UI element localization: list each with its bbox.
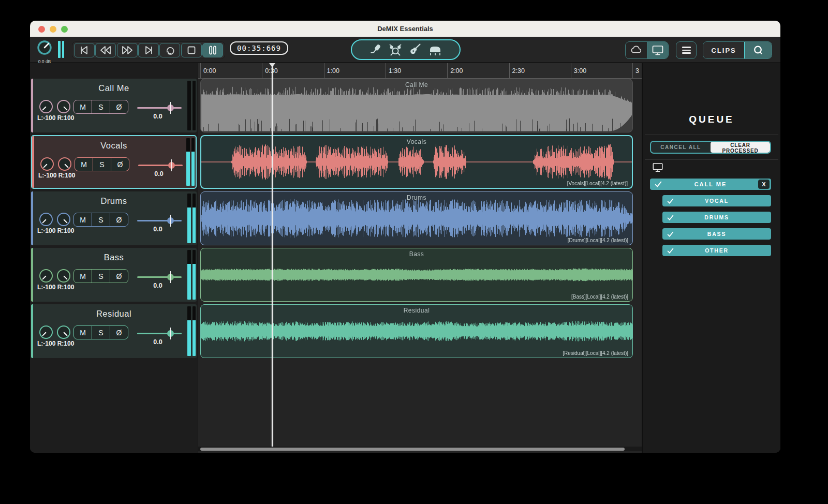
minimize-window-button[interactable] (50, 26, 56, 33)
transport-controls (72, 41, 225, 59)
clip-title: Bass (201, 250, 632, 258)
queue-stem-item[interactable]: OTHER (662, 245, 771, 256)
horizontal-scrollbar-thumb[interactable] (200, 448, 625, 451)
cloud-icon (629, 43, 643, 57)
cancel-all-button[interactable]: CANCEL ALL (651, 142, 711, 153)
audio-clip[interactable]: Call Me (200, 79, 633, 132)
rewind-button[interactable] (95, 43, 116, 57)
track-title: Bass (31, 253, 197, 262)
pause-icon (205, 43, 220, 57)
phase-invert-button[interactable]: Ø (110, 213, 128, 226)
clip-title: Residual (201, 307, 632, 314)
pan-right-knob[interactable] (57, 213, 70, 226)
loop-button[interactable] (159, 43, 180, 57)
slider-track (137, 107, 182, 109)
solo-button[interactable]: S (92, 326, 110, 339)
pan-right-knob[interactable] (57, 325, 70, 339)
gain-value: 0.0 (129, 226, 186, 233)
queue-stem-item[interactable]: VOCAL (662, 195, 771, 206)
local-computer-source-button[interactable] (647, 42, 669, 58)
solo-button[interactable]: S (92, 100, 110, 113)
pause-button[interactable] (202, 43, 223, 57)
solo-button[interactable]: S (92, 270, 110, 283)
pan-right-knob[interactable] (57, 269, 70, 283)
mute-button[interactable]: M (74, 270, 92, 283)
search-icon (751, 43, 765, 57)
loop-icon (162, 43, 177, 57)
pan-left-knob[interactable] (40, 157, 54, 171)
track-header[interactable]: Residual M S Ø 0.0 L:-100 R:100 (31, 304, 197, 358)
window-title: DeMIX Essentials (377, 25, 433, 33)
pan-right-knob[interactable] (58, 157, 71, 171)
slider-thumb[interactable] (167, 105, 174, 111)
phase-invert-button[interactable]: Ø (111, 158, 129, 171)
gain-value: 0.0 (129, 113, 186, 120)
queue-stem-label: OTHER (662, 247, 771, 254)
skip-to-end-button[interactable] (138, 43, 159, 57)
queue-stem-item[interactable]: DRUMS (662, 212, 771, 223)
track-header[interactable]: Vocals M S Ø 0.0 L:-100 R:100 (31, 135, 197, 189)
pan-left-knob[interactable] (39, 213, 53, 226)
stop-button[interactable] (181, 43, 202, 57)
knob-pointer-icon (39, 156, 55, 172)
slider-track (137, 333, 182, 334)
track-header[interactable]: Drums M S Ø 0.0 L:-100 R:100 (31, 191, 197, 245)
knob-pointer-icon (55, 268, 71, 284)
skip-to-start-button[interactable] (74, 43, 95, 57)
slider-thumb[interactable] (167, 330, 174, 337)
menu-button[interactable] (676, 41, 697, 59)
divider (645, 135, 778, 135)
phase-invert-button[interactable]: Ø (110, 100, 128, 113)
queue-job-call-me[interactable]: CALL ME X (650, 179, 771, 190)
clear-processed-button[interactable]: CLEAR PROCESSED (711, 142, 770, 153)
mute-button[interactable]: M (74, 326, 92, 339)
timeline-ruler[interactable]: 0:000:301:001:302:002:303:003 (198, 63, 642, 79)
slider-thumb[interactable] (167, 274, 174, 280)
knob-pointer-icon (38, 324, 54, 340)
source-toggle (625, 41, 669, 59)
slider-thumb[interactable] (167, 217, 174, 224)
audio-clip[interactable]: Bass [Bass][Local][4.2 (latest)] (200, 248, 633, 302)
hamburger-icon (682, 47, 691, 48)
window-titlebar: DeMIX Essentials (30, 21, 780, 37)
mute-button[interactable]: M (75, 158, 93, 171)
phase-invert-button[interactable]: Ø (110, 270, 128, 283)
track-header[interactable]: Call Me M S Ø 0.0 L:-100 R:100 (31, 79, 197, 132)
pan-right-knob[interactable] (57, 100, 70, 113)
ruler-tick: 0:00 (200, 63, 216, 78)
zoom-window-button[interactable] (61, 26, 68, 33)
ruler-tick: 3:00 (571, 63, 586, 78)
phase-invert-button[interactable]: Ø (110, 326, 128, 339)
pan-left-knob[interactable] (39, 325, 53, 339)
solo-button[interactable]: S (92, 213, 110, 226)
volume-knob-icon (36, 40, 53, 56)
clip-title: Vocals (201, 138, 632, 145)
track-header[interactable]: Bass M S Ø 0.0 L:-100 R:100 (31, 248, 197, 302)
mute-button[interactable]: M (74, 100, 92, 113)
clips-button[interactable]: CLIPS (703, 42, 744, 58)
close-window-button[interactable] (38, 26, 45, 33)
queue-stem-item[interactable]: BASS (662, 228, 771, 240)
queue-panel: QUEUE CANCEL ALL CLEAR PROCESSED CALL ME… (642, 63, 780, 453)
master-volume-knob[interactable] (36, 49, 53, 58)
ruler-tick: 2:00 (447, 63, 463, 78)
audio-clip[interactable]: Vocals [Vocals][Local][4.2 (latest)] (200, 135, 633, 189)
track-title: Vocals (32, 141, 196, 151)
queue-stem-label: BASS (662, 231, 771, 237)
fast-forward-button[interactable] (117, 43, 138, 57)
solo-button[interactable]: S (93, 158, 111, 171)
slider-thumb[interactable] (168, 162, 175, 169)
pan-range-label: L:-100 R:100 (38, 172, 75, 179)
cloud-source-button[interactable] (626, 42, 647, 58)
knob-pointer-icon (55, 324, 71, 340)
mute-button[interactable]: M (74, 213, 92, 226)
remove-job-button[interactable]: X (758, 180, 770, 189)
search-button[interactable] (744, 42, 772, 58)
stem-selector[interactable] (351, 39, 461, 60)
clip-title: Call Me (201, 81, 632, 88)
pan-left-knob[interactable] (39, 269, 53, 283)
audio-clip[interactable]: Residual [Residual][Local][4.2 (latest)] (200, 304, 633, 358)
audio-clip[interactable]: Drums [Drums][Local][4.2 (latest)] (200, 191, 633, 245)
pan-left-knob[interactable] (39, 100, 53, 113)
guitar-icon (408, 42, 422, 57)
